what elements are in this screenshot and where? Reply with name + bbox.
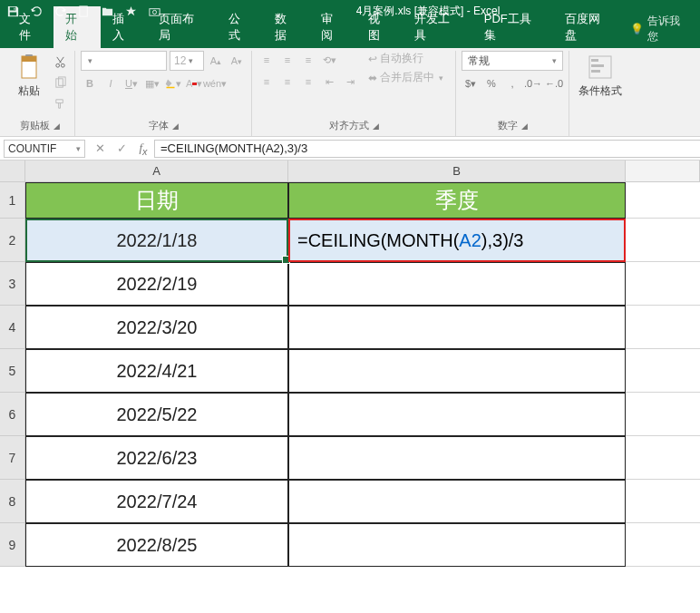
copy-icon[interactable] [51,73,69,92]
new-icon[interactable] [76,5,91,19]
font-size-combo[interactable]: 12▾ [170,51,204,71]
phonetic-icon[interactable]: wén▾ [206,74,224,92]
row-header-6[interactable]: 6 [0,393,25,436]
bold-icon[interactable]: B [81,74,99,92]
align-bottom-icon[interactable]: ≡ [299,51,317,69]
decrease-font-icon[interactable]: A▾ [228,52,246,70]
undo-icon[interactable] [29,5,44,19]
clipboard-launcher-icon[interactable]: ◢ [53,122,60,131]
tab-baidu[interactable]: 百度网盘 [553,6,623,48]
dec-decimal-icon[interactable]: ←.0 [545,74,563,92]
cell-b1[interactable]: 季度 [288,182,626,219]
camera-icon[interactable] [147,5,161,19]
fill-color-icon[interactable]: ▾ [164,74,182,92]
number-launcher-icon[interactable]: ◢ [521,122,528,131]
cut-icon[interactable] [51,53,69,71]
paste-button[interactable]: 粘贴 [11,51,47,101]
cell-c3[interactable] [626,262,700,306]
cell-b5[interactable] [288,349,626,393]
tab-view[interactable]: 视图 [356,6,403,48]
redo-icon[interactable] [53,5,67,19]
star-icon[interactable] [123,5,138,19]
italic-icon[interactable]: I [102,74,120,92]
cell-a9[interactable]: 2022/8/25 [25,523,288,567]
cell-b6[interactable] [288,393,626,436]
inc-decimal-icon[interactable]: .0→ [524,74,542,92]
cell-a6[interactable]: 2022/5/22 [25,393,288,436]
row-header-1[interactable]: 1 [0,182,25,219]
col-header-b[interactable]: B [288,161,626,182]
tab-formulas[interactable]: 公式 [217,6,263,48]
tab-data[interactable]: 数据 [263,6,309,48]
cell-a7[interactable]: 2022/6/23 [25,436,288,480]
merge-button[interactable]: ⬌合并后居中▾ [368,70,443,85]
cell-b8[interactable] [288,480,626,523]
indent-inc-icon[interactable]: ⇥ [341,73,359,91]
font-color-icon[interactable]: A▾ [185,74,203,92]
cell-c5[interactable] [626,349,700,393]
cell-c7[interactable] [626,436,700,480]
align-launcher-icon[interactable]: ◢ [373,122,379,131]
cell-c4[interactable] [626,306,700,349]
formula-input[interactable]: =CEILING(MONTH(A2),3)/3 [154,140,700,158]
format-painter-icon[interactable] [51,94,69,112]
col-header-extra[interactable] [626,161,700,182]
align-right-icon[interactable]: ≡ [299,73,317,91]
cell-b4[interactable] [288,306,626,349]
bulb-icon: 💡 [630,23,644,35]
cancel-formula-icon[interactable]: ✕ [89,141,111,155]
ribbon-tabs: 文件 开始 插入 页面布局 公式 数据 审阅 视图 开发工具 PDF工具集 百度… [0,23,700,48]
border-icon[interactable]: ▦▾ [143,74,161,92]
open-icon[interactable] [100,5,114,19]
comma-icon[interactable]: , [503,74,521,92]
cell-b3[interactable] [288,262,626,306]
tab-dev[interactable]: 开发工具 [403,6,472,48]
select-all-corner[interactable] [0,161,25,182]
cell-a4[interactable]: 2022/3/20 [25,306,288,349]
align-middle-icon[interactable]: ≡ [278,51,297,69]
row-header-3[interactable]: 3 [0,262,25,306]
indent-dec-icon[interactable]: ⇤ [320,73,338,91]
row-header-9[interactable]: 9 [0,523,25,567]
align-center-icon[interactable]: ≡ [278,73,297,91]
cell-c2[interactable] [626,219,700,262]
align-top-icon[interactable]: ≡ [258,51,276,69]
save-icon[interactable] [5,5,20,19]
enter-formula-icon[interactable]: ✓ [111,141,132,155]
underline-icon[interactable]: U▾ [122,74,141,92]
align-left-icon[interactable]: ≡ [258,73,276,91]
fx-icon[interactable]: fx [132,141,154,157]
row-header-5[interactable]: 5 [0,349,25,393]
wrap-text-button[interactable]: ↩自动换行 [368,51,443,66]
tell-me[interactable]: 💡 告诉我您 [623,10,696,48]
row-header-8[interactable]: 8 [0,480,25,523]
col-header-a[interactable]: A [25,161,288,182]
spreadsheet: A B 1 2 3 4 5 6 7 8 9 日期 [0,161,700,613]
row-header-7[interactable]: 7 [0,436,25,480]
font-launcher-icon[interactable]: ◢ [172,122,179,131]
cell-c9[interactable] [626,523,700,567]
cell-b7[interactable] [288,436,626,480]
cell-c8[interactable] [626,480,700,523]
font-name-combo[interactable]: ▾ [81,51,167,71]
cell-a3[interactable]: 2022/2/19 [25,262,288,306]
tab-review[interactable]: 审阅 [309,6,355,48]
cell-a5[interactable]: 2022/4/21 [25,349,288,393]
tab-pdf[interactable]: PDF工具集 [472,6,553,48]
percent-icon[interactable]: % [482,74,501,92]
number-format-combo[interactable]: 常规▾ [462,51,563,71]
cell-b2[interactable]: =CEILING(MONTH(A2),3)/3 [288,219,626,262]
cell-c1[interactable] [626,182,700,219]
name-box[interactable]: COUNTIF▾ [4,140,85,158]
currency-icon[interactable]: $▾ [462,74,480,92]
cell-a8[interactable]: 2022/7/24 [25,480,288,523]
cond-format-button[interactable]: 条件格式 [575,51,626,101]
row-header-2[interactable]: 2 [0,219,25,262]
cell-a1[interactable]: 日期 [25,182,288,219]
cell-c6[interactable] [626,393,700,436]
orientation-icon[interactable]: ⟲▾ [320,51,338,69]
row-header-4[interactable]: 4 [0,306,25,349]
increase-font-icon[interactable]: A▴ [207,52,225,70]
cell-b9[interactable] [288,523,626,567]
cell-a2[interactable]: 2022/1/18 [25,219,288,262]
